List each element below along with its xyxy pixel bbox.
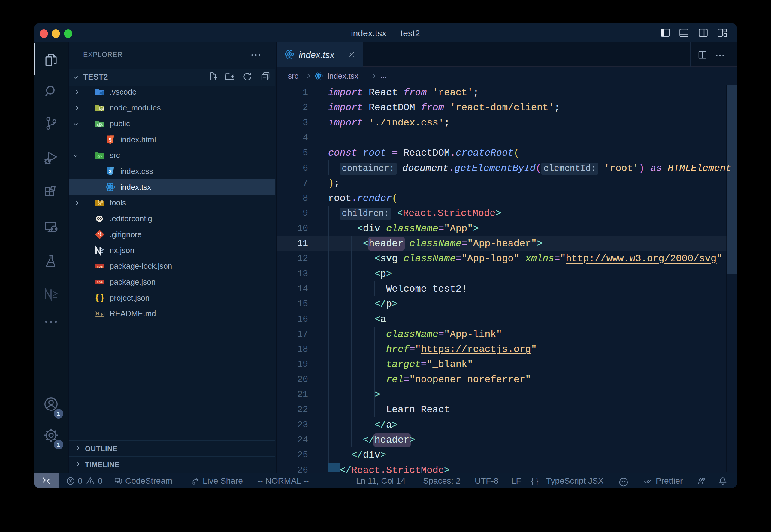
svg-text:3: 3 [109,169,111,174]
svg-text:JS: JS [100,107,103,110]
svg-text:npm: npm [97,280,103,284]
svg-text:5: 5 [109,137,111,143]
svg-text:npm: npm [97,265,103,268]
